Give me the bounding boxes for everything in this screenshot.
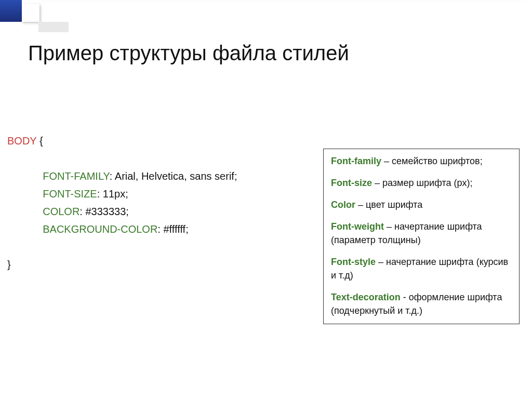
colon: : [97,188,103,200]
legend-item-font-size: Font-size – размер шрифта (px); [331,176,512,190]
deco-square-blue [0,0,22,22]
legend-desc-font-size: – размер шрифта (px); [375,178,472,188]
deco-strip [38,0,527,3]
legend-kw-color: Color [331,200,355,210]
legend-item-font-style: Font-style – начертание шрифта (курсив и… [331,255,512,282]
legend-desc-color: – цвет шрифта [358,200,422,210]
slide-canvas: Пример структуры файла стилей BODY { FON… [0,0,532,399]
legend-item-font-weight: Font-weight – начертание шрифта (парамет… [331,220,512,247]
legend-desc-font-family: – семейство шрифтов; [384,156,483,166]
css-code-block: BODY { FONT-FAMILY: Arial, Helvetica, sa… [7,79,237,399]
val-font-size: 11px; [103,188,128,200]
colon: : [110,170,115,182]
val-bg-color: #ffffff; [164,223,189,235]
brace-open: { [39,135,43,147]
legend-kw-font-style: Font-style [331,257,376,267]
prop-color: COLOR [43,206,79,217]
legend-item-color: Color – цвет шрифта [331,198,512,211]
legend-item-text-decoration: Text-decoration - оформление шрифта (под… [331,290,512,317]
prop-font-size: FONT-SIZE [43,188,97,200]
prop-font-family: FONT-FAMILY [43,170,110,182]
legend-item-font-family: Font-family – семейство шрифтов; [331,154,512,168]
deco-rect-gray [38,22,69,32]
legend-kw-font-family: Font-family [331,156,381,166]
selector-body: BODY [7,135,36,147]
legend-kw-text-decoration: Text-decoration [331,292,401,302]
page-title: Пример структуры файла стилей [28,42,349,65]
deco-square-white [22,4,39,22]
colon: : [157,223,163,235]
val-color: #333333; [85,206,128,217]
brace-close: } [7,259,11,270]
colon: : [79,206,85,217]
legend-box: Font-family – семейство шрифтов; Font-si… [323,149,520,324]
legend-kw-font-weight: Font-weight [331,221,384,232]
val-font-family: Arial, Helvetica, sans serif; [115,170,237,182]
prop-bg-color: BACKGROUND-COLOR [43,223,157,235]
legend-kw-font-size: Font-size [331,178,372,188]
